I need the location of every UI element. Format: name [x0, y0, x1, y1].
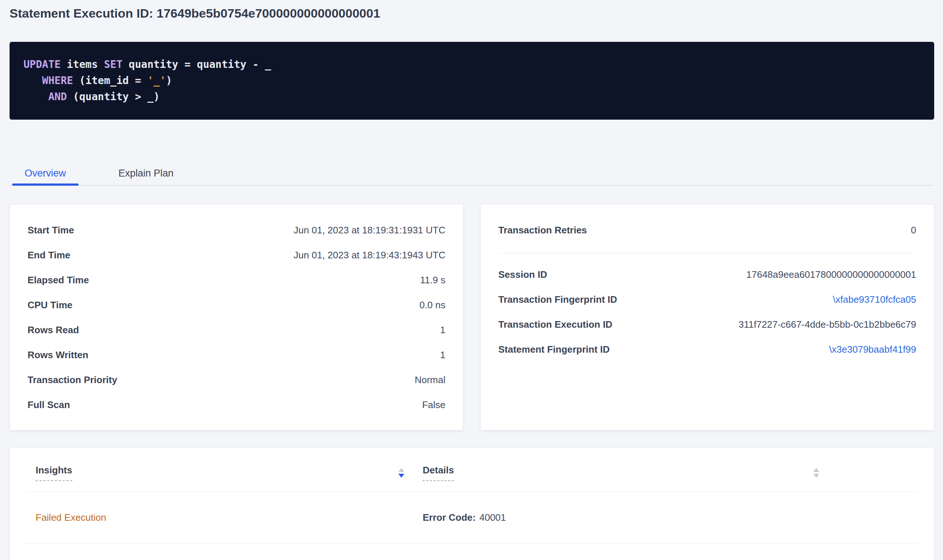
kv-value: 1 — [440, 349, 445, 361]
kv-row-full-scan: Full Scan False — [28, 392, 445, 417]
card-divider — [498, 253, 916, 253]
kv-label: End Time — [28, 249, 71, 261]
sql-statement-box: UPDATE items SET quantity = quantity - _… — [9, 42, 934, 120]
kv-label: Statement Fingerprint ID — [498, 344, 610, 355]
error-code-label: Error Code: — [423, 512, 476, 523]
kv-value: 11.9 s — [420, 274, 445, 286]
kv-row-elapsed-time: Elapsed Time 11.9 s — [28, 268, 445, 292]
kv-value: 311f7227-c667-4dde-b5bb-0c1b2bbe6c79 — [738, 319, 916, 330]
kv-label: Session ID — [498, 269, 547, 280]
statement-execution-page: Statement Execution ID: 17649be5b0754e70… — [0, 6, 943, 560]
kv-row-transaction-execution-id: Transaction Execution ID 311f7227-c667-4… — [498, 312, 916, 337]
column-header-details-label[interactable]: Details — [423, 465, 454, 481]
kv-label: Start Time — [28, 225, 74, 236]
insights-table-header: Insights Details — [26, 448, 918, 492]
sort-icon[interactable] — [814, 468, 819, 478]
insight-details-cell: Error Code:40001 — [413, 512, 828, 523]
kv-value: 0 — [911, 225, 916, 236]
kv-value: Normal — [414, 374, 445, 386]
execution-attributes-card: Start Time Jun 01, 2023 at 18:19:31:1931… — [9, 204, 464, 431]
sql-keyword-where: WHERE — [42, 74, 73, 87]
sql-line-1: UPDATE items SET quantity = quantity - _ — [23, 57, 920, 73]
sql-indent — [23, 74, 42, 87]
kv-row-transaction-priority: Transaction Priority Normal — [28, 367, 445, 392]
tab-overview-label: Overview — [25, 168, 66, 179]
insight-row-failed-execution: Failed Execution Error Code:40001 — [26, 492, 918, 544]
sql-token: (item_id = — [73, 74, 147, 87]
kv-value: 17648a9eea6017800000000000000001 — [746, 269, 916, 280]
insights-table-card: Insights Details Failed Execution Error … — [9, 447, 934, 560]
kv-value: False — [422, 399, 445, 411]
kv-label: Full Scan — [28, 399, 70, 411]
tab-overview[interactable]: Overview — [12, 162, 79, 185]
kv-label: Transaction Retries — [498, 225, 587, 236]
kv-row-session-id: Session ID 17648a9eea6017800000000000000… — [498, 262, 916, 287]
transaction-attributes-card: Transaction Retries 0 Session ID 17648a9… — [480, 204, 934, 431]
page-title: Statement Execution ID: 17649be5b0754e70… — [9, 6, 934, 20]
sql-indent — [23, 91, 48, 103]
error-code-value: 40001 — [479, 512, 505, 523]
column-header-insights[interactable]: Insights — [26, 465, 413, 481]
sql-line-2: WHERE (item_id = '_') — [23, 73, 920, 89]
tab-explain-plan-label: Explain Plan — [119, 168, 174, 179]
kv-label: Transaction Fingerprint ID — [498, 294, 617, 305]
kv-value: Jun 01, 2023 at 18:19:31:1931 UTC — [294, 225, 445, 236]
kv-label: CPU Time — [28, 300, 72, 311]
sql-string-literal: '_' — [147, 74, 166, 87]
kv-row-start-time: Start Time Jun 01, 2023 at 18:19:31:1931… — [28, 218, 445, 243]
sort-icon[interactable] — [398, 468, 404, 478]
kv-row-rows-written: Rows Written 1 — [28, 342, 445, 367]
column-header-insights-label[interactable]: Insights — [35, 465, 72, 481]
insight-type-cell: Failed Execution — [26, 512, 413, 523]
summary-cards: Start Time Jun 01, 2023 at 18:19:31:1931… — [9, 204, 934, 431]
sql-token: quantity = quantity - _ — [123, 58, 271, 71]
kv-label: Transaction Execution ID — [498, 319, 613, 330]
sql-keyword-update: UPDATE — [23, 58, 61, 71]
kv-row-cpu-time: CPU Time 0.0 ns — [28, 292, 445, 317]
kv-label: Rows Written — [28, 349, 88, 361]
kv-row-rows-read: Rows Read 1 — [28, 317, 445, 342]
kv-row-statement-fingerprint-id: Statement Fingerprint ID \x3e3079baabf41… — [498, 337, 916, 362]
column-header-details[interactable]: Details — [413, 465, 828, 481]
kv-value: 0.0 ns — [419, 300, 445, 311]
kv-row-transaction-fingerprint-id: Transaction Fingerprint ID \xfabe93710fc… — [498, 287, 916, 312]
kv-label: Rows Read — [28, 325, 79, 336]
sql-token: ) — [166, 74, 172, 87]
kv-label: Transaction Priority — [28, 374, 117, 386]
kv-label: Elapsed Time — [28, 274, 89, 286]
transaction-fingerprint-id-link[interactable]: \xfabe93710fcfca05 — [833, 294, 916, 305]
sql-token: (quantity > _) — [67, 91, 160, 103]
sql-keyword-and: AND — [48, 91, 67, 103]
kv-row-transaction-retries: Transaction Retries 0 — [498, 218, 916, 243]
sql-keyword-set: SET — [104, 58, 123, 71]
kv-value: Jun 01, 2023 at 18:19:43:1943 UTC — [294, 249, 445, 261]
tab-bar: Overview Explain Plan — [9, 162, 934, 186]
tab-explain-plan[interactable]: Explain Plan — [106, 162, 186, 185]
kv-value: 1 — [440, 325, 445, 336]
statement-fingerprint-id-link[interactable]: \x3e3079baabf41f99 — [829, 344, 916, 355]
kv-row-end-time: End Time Jun 01, 2023 at 18:19:43:1943 U… — [28, 243, 445, 268]
sql-token: items — [61, 58, 104, 71]
sql-line-3: AND (quantity > _) — [23, 89, 920, 105]
